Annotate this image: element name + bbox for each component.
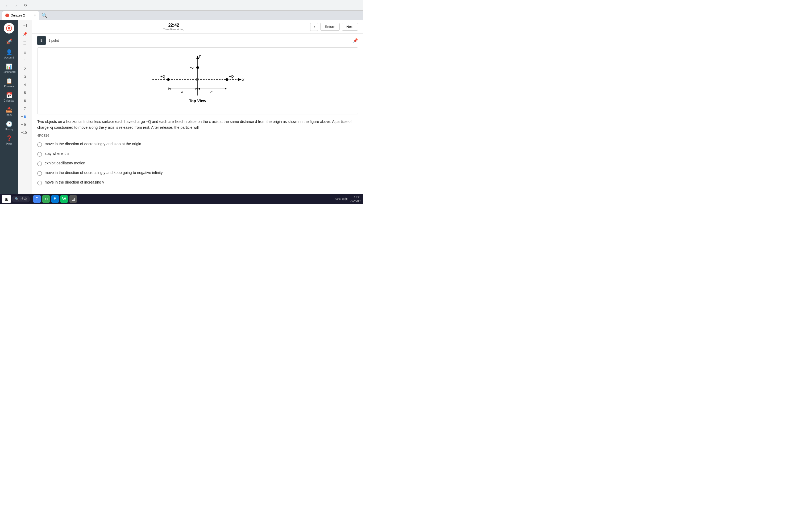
svg-text:−q: −q xyxy=(190,65,194,70)
nav-pin-button[interactable]: 📌 xyxy=(21,30,29,38)
svg-marker-19 xyxy=(195,88,198,90)
question-text: Two objects on a horizontal frictionless… xyxy=(37,119,358,131)
answer-choice-c[interactable]: exhibit oscillatory motion xyxy=(37,160,358,167)
sidebar-item-help[interactable]: ❓ Help xyxy=(1,134,17,147)
content-header: 22:42 Time Remaining ‹ Return Next xyxy=(32,20,363,34)
header-right: Return Next xyxy=(320,23,358,31)
svg-marker-24 xyxy=(225,88,227,90)
svg-point-10 xyxy=(167,78,170,81)
question-nav-1[interactable]: 1 xyxy=(20,57,30,64)
search-icon[interactable]: 🔍 xyxy=(41,13,48,18)
header-nav-area: ‹ Return Next xyxy=(310,23,358,31)
question-nav-8[interactable]: 8 xyxy=(20,113,30,120)
left-sidebar: 🚀 👤 Account 📊 Dashboard 📋 Courses 📅 Cale… xyxy=(0,20,18,204)
svg-marker-18 xyxy=(168,88,171,90)
active-tab[interactable]: Quizzes 2 ✕ xyxy=(2,11,39,20)
tab-title: Quizzes 2 xyxy=(11,14,25,17)
answer-choice-a[interactable]: move in the direction of decreasing y an… xyxy=(37,141,358,148)
back-button[interactable]: ‹ xyxy=(3,2,10,9)
main-layout: 🚀 👤 Account 📊 Dashboard 📋 Courses 📅 Cale… xyxy=(0,20,363,204)
time-remaining-value: 22:42 xyxy=(168,23,179,28)
radio-a[interactable] xyxy=(37,142,42,147)
svg-point-12 xyxy=(226,78,228,81)
svg-point-8 xyxy=(196,66,199,69)
rocket-icon: 🚀 xyxy=(6,38,13,45)
courses-label: Courses xyxy=(4,85,14,88)
svg-text:+Q: +Q xyxy=(229,75,234,78)
history-label: History xyxy=(5,128,13,131)
question-nav-10[interactable]: 10 xyxy=(20,129,30,136)
question-nav-2[interactable]: 2 xyxy=(20,65,30,72)
start-button[interactable]: ⊞ xyxy=(2,195,11,203)
answer-choices: move in the direction of decreasing y an… xyxy=(37,141,358,187)
question-code: 4PCE16 xyxy=(37,134,358,137)
header-next-button[interactable]: Next xyxy=(342,23,358,31)
choice-text-e: move in the direction of increasing y xyxy=(45,180,104,184)
inbox-label: Inbox xyxy=(6,114,12,116)
physics-diagram: y x −q +Q +Q xyxy=(37,48,358,114)
radio-c[interactable] xyxy=(37,162,42,166)
svg-marker-23 xyxy=(198,88,200,90)
account-icon: 👤 xyxy=(6,49,13,55)
svg-point-1 xyxy=(8,27,11,30)
question-nav-6[interactable]: 6 xyxy=(20,97,30,104)
nav-list-button[interactable]: ☰ xyxy=(21,39,29,48)
sidebar-item-account[interactable]: 👤 Account xyxy=(1,48,17,61)
question-nav-4[interactable]: 4 xyxy=(20,81,30,88)
tab-bar: Quizzes 2 ✕ 🔍 xyxy=(0,11,363,20)
choice-text-d: move in the direction of decreasing y an… xyxy=(45,171,163,175)
taskbar-search-box[interactable]: 🔍 搜索 xyxy=(12,196,30,203)
radio-e[interactable] xyxy=(37,180,42,185)
quiz-scroll: 8 1 point 📌 y xyxy=(32,34,363,204)
sidebar-item-calendar[interactable]: 📅 Calendar xyxy=(1,91,17,104)
question-nav-7[interactable]: 7 xyxy=(20,105,30,112)
taskbar-search-icon: 🔍 xyxy=(15,197,19,201)
taskbar-edge[interactable]: E xyxy=(51,195,59,203)
taskbar-reload[interactable]: ↻ xyxy=(42,195,50,203)
radio-b[interactable] xyxy=(37,152,42,157)
sidebar-item-courses[interactable]: 📋 Courses xyxy=(1,76,17,89)
sidebar-item-dashboard[interactable]: 📊 Dashboard xyxy=(1,62,17,75)
taskbar-date-value: 2024/9/5 xyxy=(350,199,361,203)
sidebar-item-rocket[interactable]: 🚀 xyxy=(1,37,17,46)
help-label: Help xyxy=(6,142,12,145)
taskbar-right: 34°C 晴朗 17:28 2024/9/5 xyxy=(335,195,361,203)
forward-button[interactable]: › xyxy=(12,2,20,9)
answer-choice-d[interactable]: move in the direction of decreasing y an… xyxy=(37,169,358,177)
taskbar-time: 17:28 2024/9/5 xyxy=(350,195,361,203)
sidebar-item-inbox[interactable]: 📥 Inbox xyxy=(1,105,17,118)
taskbar-temp: 34°C 晴朗 xyxy=(335,197,348,201)
question-nav-9[interactable]: 9 xyxy=(20,121,30,128)
browser-chrome: ‹ › ↻ xyxy=(0,0,363,11)
nav-collapse-arrow[interactable]: →| xyxy=(22,22,28,28)
question-pin-icon[interactable]: 📌 xyxy=(353,38,358,43)
courses-icon: 📋 xyxy=(6,78,13,84)
radio-d[interactable] xyxy=(37,171,42,176)
header-back-button[interactable]: ‹ xyxy=(310,23,318,31)
taskbar-wechat[interactable]: W xyxy=(60,195,68,203)
dashboard-icon: 📊 xyxy=(6,63,13,70)
refresh-button[interactable]: ↻ xyxy=(22,2,29,9)
question-nav-3[interactable]: 3 xyxy=(20,73,30,80)
taskbar: ⊞ 🔍 搜索 C ↻ E W ⊡ 34°C 晴朗 17:28 2024/9/5 xyxy=(0,194,363,204)
answer-choice-e[interactable]: move in the direction of increasing y xyxy=(37,179,358,187)
content-area: 22:42 Time Remaining ‹ Return Next 8 1 p… xyxy=(32,20,363,204)
taskbar-chrome[interactable]: C xyxy=(33,195,41,203)
sidebar-item-history[interactable]: 🕐 History xyxy=(1,119,17,132)
question-nav-panel: →| 📌 ☰ ⊞ 1 2 3 4 5 6 7 8 9 10 xyxy=(18,20,32,204)
taskbar-time-value: 17:28 xyxy=(350,195,361,199)
return-button[interactable]: Return xyxy=(320,23,340,31)
inbox-icon: 📥 xyxy=(6,107,13,113)
nav-grid-button[interactable]: ⊞ xyxy=(21,48,29,56)
tab-favicon xyxy=(5,14,9,17)
svg-text:y: y xyxy=(199,54,201,58)
diagram-svg: y x −q +Q +Q xyxy=(142,53,253,109)
taskbar-apps: C ↻ E W ⊡ xyxy=(33,195,77,203)
tab-close-button[interactable]: ✕ xyxy=(34,14,36,17)
svg-marker-6 xyxy=(238,78,242,81)
taskbar-screen[interactable]: ⊡ xyxy=(70,195,77,203)
answer-choice-b[interactable]: stay where it is xyxy=(37,150,358,158)
svg-text:d: d xyxy=(210,90,212,94)
help-icon: ❓ xyxy=(6,135,13,141)
question-nav-5[interactable]: 5 xyxy=(20,89,30,96)
